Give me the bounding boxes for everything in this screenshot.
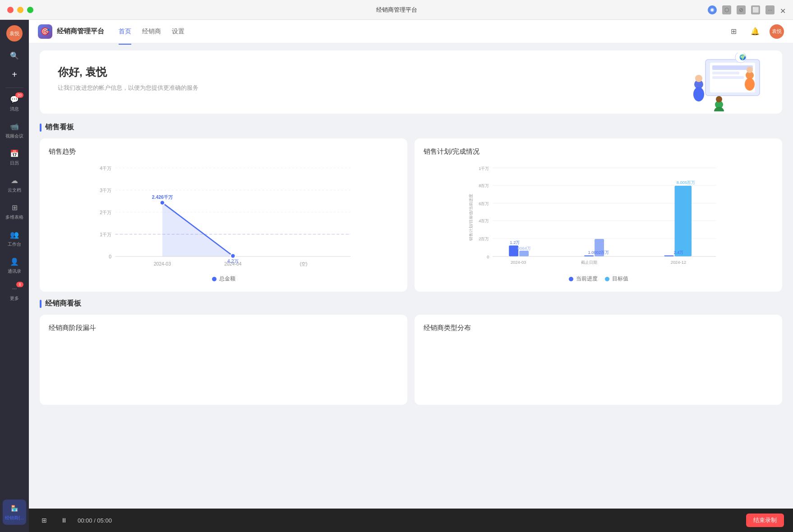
sales-trend-card: 销售趋势 4千万 3千万 2千万 xyxy=(40,138,407,292)
window-title: 经销商管理平台 xyxy=(376,6,417,14)
trend-chart-title: 销售趋势 xyxy=(49,147,398,156)
sidebar-item-add[interactable]: + xyxy=(3,66,26,83)
trend-chart-area: 4千万 3千万 2千万 1千万 0 2024-03 2024-04 (空) xyxy=(49,163,398,271)
charts-row: 销售趋势 4千万 3千万 2千万 xyxy=(40,138,782,292)
svg-rect-4 xyxy=(712,76,744,79)
search-icon: 🔍 xyxy=(9,50,19,60)
sales-plan-card: 销售计划/完成情况 销售计划/目标值/当前进度 xyxy=(415,138,782,292)
workspace-icon: 👥 xyxy=(9,229,19,239)
sidebar-label-messages: 消息 xyxy=(10,106,19,112)
bottom-pause-icon[interactable]: ⏸ xyxy=(58,514,70,527)
sidebar-item-dealer[interactable]: 🏪 经销商(... xyxy=(3,500,26,525)
svg-text:2024-03: 2024-03 xyxy=(511,260,526,265)
minimize-button[interactable] xyxy=(17,7,23,13)
sidebar-item-calendar[interactable]: 📅 日历 xyxy=(3,145,26,170)
titlebar-icon-2[interactable]: ⬡ xyxy=(722,5,731,14)
nav-item-dealer[interactable]: 经销商 xyxy=(142,26,161,37)
svg-text:销售计划/目标值/当前进度: 销售计划/目标值/当前进度 xyxy=(468,194,473,241)
sidebar-label-table: 多维表格 xyxy=(5,214,23,220)
topnav-right: ⊞ 🔔 袁悦 xyxy=(726,24,784,39)
sidebar-item-table[interactable]: ⊞ 多维表格 xyxy=(3,199,26,224)
sidebar-item-search[interactable]: 🔍 xyxy=(3,47,26,64)
add-icon: + xyxy=(9,69,19,79)
sidebar-item-cloud[interactable]: ☁ 云文档 xyxy=(3,172,26,197)
sidebar-item-workspace[interactable]: 👥 工作台 xyxy=(3,226,26,251)
window-controls[interactable] xyxy=(7,7,33,13)
topnav-user-avatar[interactable]: 袁悦 xyxy=(770,24,784,39)
titlebar-icon-3[interactable]: ⊘ xyxy=(737,5,746,14)
svg-text:截止日期: 截止日期 xyxy=(581,260,597,265)
welcome-subtitle: 让我们改进您的帐户信息，以便为您提供更准确的服务 xyxy=(58,84,764,92)
sidebar-user-avatar[interactable]: 袁悦 xyxy=(6,25,23,41)
sidebar-item-messages[interactable]: 20 💬 消息 xyxy=(3,91,26,116)
svg-text:4千万: 4千万 xyxy=(100,166,111,171)
contacts-icon: 👤 xyxy=(9,257,19,266)
close-button[interactable] xyxy=(7,7,14,13)
svg-point-15 xyxy=(716,96,722,102)
sidebar-item-contacts[interactable]: 👤 通讯录 xyxy=(3,253,26,278)
sidebar-label-more: 更多 xyxy=(10,295,19,302)
svg-point-31 xyxy=(231,253,235,258)
maximize-button[interactable] xyxy=(27,7,33,13)
bottom-grid-icon[interactable]: ⊞ xyxy=(38,514,51,527)
nav-item-settings[interactable]: 设置 xyxy=(172,26,184,37)
bell-icon-btn[interactable]: 🔔 xyxy=(748,24,762,39)
sidebar-label-calendar: 日历 xyxy=(10,160,19,166)
cloud-icon: ☁ xyxy=(9,175,19,185)
brand: 🎯 经销商管理平台 xyxy=(38,24,104,39)
bottom-bar-left: ⊞ ⏸ 00:00 / 05:00 xyxy=(38,514,112,527)
topnav-menu: 首页 经销商 设置 xyxy=(119,26,712,37)
svg-text:8.005百万: 8.005百万 xyxy=(677,180,695,185)
nav-item-home[interactable]: 首页 xyxy=(119,26,131,37)
titlebar-icon-4[interactable]: ⬜ xyxy=(751,5,760,14)
main-area: 你好, 袁悦 让我们改进您的帐户信息，以便为您提供更准确的服务 � xyxy=(29,43,793,509)
svg-point-8 xyxy=(693,87,704,101)
svg-text:1.0002百万: 1.0002百万 xyxy=(588,250,609,255)
svg-text:0: 0 xyxy=(109,254,111,259)
titlebar-dots[interactable]: ··· xyxy=(765,5,775,14)
sales-section-title: 销售看板 xyxy=(40,123,782,132)
table-icon: ⊞ xyxy=(9,202,19,212)
topnav: 🎯 经销商管理平台 首页 经销商 设置 ⊞ 🔔 袁悦 xyxy=(29,20,793,43)
end-recording-button[interactable]: 结束录制 xyxy=(746,514,784,527)
svg-text:3千万: 3千万 xyxy=(100,188,111,193)
dealer-icon: 🏪 xyxy=(9,503,19,513)
titlebar-close-x[interactable]: ✕ xyxy=(780,7,786,13)
bottom-row: 经销商阶段漏斗 经销商类型分布 xyxy=(40,315,782,405)
more-badge: 8 xyxy=(16,282,23,287)
svg-rect-57 xyxy=(664,256,674,257)
titlebar-icon-1[interactable]: ◉ xyxy=(708,5,717,14)
svg-text:0: 0 xyxy=(487,254,489,259)
type-title: 经销商类型分布 xyxy=(424,324,773,332)
plan-chart-area: 销售计划/目标值/当前进度 1千万 8百万 6百万 xyxy=(424,163,773,271)
svg-rect-49 xyxy=(519,251,529,257)
svg-text:2.4万: 2.4万 xyxy=(673,250,683,255)
svg-text:4百万: 4百万 xyxy=(479,218,489,223)
grid-icon-btn[interactable]: ⊞ xyxy=(726,24,741,39)
legend-dot-target xyxy=(605,277,609,281)
svg-point-14 xyxy=(714,107,724,111)
messages-badge: 20 xyxy=(15,92,23,98)
svg-rect-48 xyxy=(509,246,518,257)
sidebar-item-video[interactable]: 📹 视频会议 xyxy=(3,118,26,143)
dealer-section-title: 经销商看板 xyxy=(40,299,782,308)
titlebar-right-icons: ◉ ⬡ ⊘ ⬜ ··· ✕ xyxy=(708,5,786,14)
svg-rect-53 xyxy=(584,256,594,257)
app-content: 🎯 经销商管理平台 首页 经销商 设置 ⊞ 🔔 袁悦 你好, 袁悦 让我们改进您 xyxy=(29,20,793,532)
sidebar: 袁悦 🔍 + 20 💬 消息 📹 视频会议 📅 日历 ☁ 云文档 ⊞ xyxy=(0,20,29,532)
brand-icon: 🎯 xyxy=(38,24,52,39)
svg-text:2千万: 2千万 xyxy=(100,210,111,215)
svg-point-9 xyxy=(695,75,702,82)
svg-text:(空): (空) xyxy=(300,261,307,266)
welcome-title: 你好, 袁悦 xyxy=(58,65,764,79)
svg-text:2百万: 2百万 xyxy=(479,236,489,241)
sidebar-label-dealer: 经销商(... xyxy=(5,515,24,521)
legend-dot-current xyxy=(569,277,573,281)
trend-legend: 总金额 xyxy=(49,275,398,283)
sidebar-item-more[interactable]: 8 ··· 更多 xyxy=(3,280,26,305)
dealer-type-card: 经销商类型分布 xyxy=(415,315,782,405)
funnel-title: 经销商阶段漏斗 xyxy=(49,324,398,332)
legend-target: 目标值 xyxy=(605,275,628,283)
dealer-funnel-card: 经销商阶段漏斗 xyxy=(40,315,407,405)
svg-text:1千万: 1千万 xyxy=(100,232,111,237)
